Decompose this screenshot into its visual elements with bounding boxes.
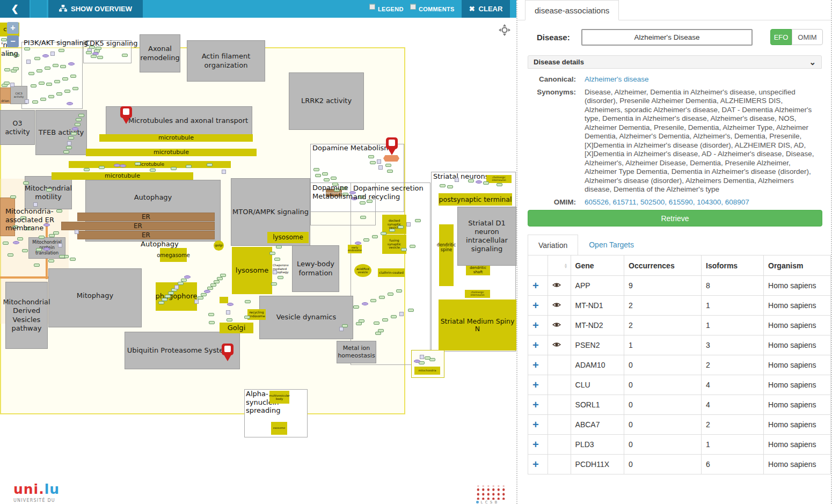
canonical-link[interactable]: Alzheimer's disease <box>585 75 649 83</box>
acidified-vesicle-oval[interactable]: acidified vesicle <box>354 264 371 277</box>
add-gene-button[interactable]: + <box>532 419 539 430</box>
microtubule-bar[interactable]: microtubule <box>86 149 257 156</box>
molecule-node <box>174 285 179 289</box>
mitochondrion-fragment[interactable]: drion <box>0 87 11 104</box>
cholinergic-interneuron-box[interactable]: cholinergic interneuron <box>465 290 490 298</box>
omegasome-box[interactable]: omegasome <box>160 248 187 262</box>
isoforms-cell: 4 <box>702 375 764 395</box>
reaction-hexagon[interactable] <box>383 155 399 162</box>
recycling-endosome-box[interactable]: recycling endosome <box>247 309 266 320</box>
golgi-circle[interactable]: golgi <box>214 240 224 251</box>
sort-icon[interactable]: ▲▼ <box>564 263 568 268</box>
mitochondria-label-box[interactable]: mitochondria <box>414 367 440 375</box>
map-pin-microtubules[interactable] <box>120 106 132 118</box>
pathway-lewy-body[interactable]: Lewy-body formation <box>292 245 339 292</box>
add-gene-button[interactable]: + <box>532 320 539 331</box>
legend-checkbox[interactable] <box>369 4 375 10</box>
exosome-box[interactable]: exosome <box>271 422 287 435</box>
col-occurrences[interactable]: Occurrences <box>624 255 702 276</box>
disease-input[interactable] <box>581 29 753 46</box>
map-pin-dopamine[interactable] <box>386 137 398 149</box>
add-gene-button[interactable]: + <box>532 300 539 311</box>
add-gene-button[interactable]: + <box>532 459 539 470</box>
chevron-down-icon[interactable]: ⌄ <box>809 60 816 65</box>
zoom-in-button[interactable]: + <box>7 22 19 34</box>
disease-details-header[interactable]: Disease details ⌄ <box>528 55 822 69</box>
omim-links[interactable]: 605526, 615711, 502500, 615590, 104300, … <box>585 198 749 206</box>
postsynaptic-terminal-bar[interactable]: postsynaptic terminal <box>439 193 512 206</box>
pathway-striatal-d1[interactable]: Striatal D1 neuron intracellular signali… <box>457 207 516 266</box>
table-row: + PSEN2 1 3 Homo sapiens <box>528 335 831 355</box>
tab-open-targets[interactable]: Open Targets <box>589 240 634 249</box>
omim-button[interactable]: OMIM <box>792 29 823 45</box>
zoom-out-button[interactable]: − <box>7 35 19 47</box>
pathway-actin-filament[interactable]: Actin filament organization <box>187 40 265 82</box>
eye-icon[interactable] <box>552 281 561 290</box>
pathway-map-canvas[interactable]: + − cyte 'nt aling PI3K/AKT signaling CD… <box>0 18 516 504</box>
molecule-node <box>398 225 404 229</box>
early-endosome-box[interactable]: early endosome <box>348 245 362 253</box>
pathway-mdv[interactable]: Mitochondrial Derived Vesicles pathway <box>5 282 48 349</box>
eye-icon[interactable] <box>552 321 561 330</box>
add-gene-button[interactable]: + <box>532 340 539 350</box>
show-overview-button[interactable]: SHOW OVERVIEW <box>48 0 143 18</box>
dendritic-shaft-box[interactable]: dendritic shaft <box>466 266 490 275</box>
clathrin-coated-box[interactable]: clathrin-coated <box>378 268 405 277</box>
er-bar[interactable]: ER <box>77 213 215 221</box>
molecule-node <box>483 181 489 185</box>
golgi-bar[interactable]: Golgi <box>220 323 253 333</box>
microtubule-bar[interactable]: microtubule <box>99 134 253 142</box>
dendritic-spine-box[interactable]: dendritic spine <box>439 224 454 286</box>
col-gene[interactable]: Gene <box>571 255 624 276</box>
map-pin-ups[interactable] <box>222 344 233 355</box>
molecule-node <box>313 168 319 171</box>
lysosome-box[interactable]: lysosome <box>232 247 272 294</box>
eye-icon[interactable] <box>552 341 561 349</box>
pathway-mitophagy[interactable]: Mitophagy <box>48 268 142 327</box>
add-gene-button[interactable]: + <box>532 280 539 291</box>
add-gene-button[interactable]: + <box>532 379 539 390</box>
col-isoforms[interactable]: Isoforms <box>702 255 764 276</box>
molecule-node <box>34 57 40 60</box>
add-gene-button[interactable]: + <box>532 360 539 370</box>
organism-cell: Homo sapiens <box>764 276 831 296</box>
pan-crosshair-icon[interactable] <box>499 24 510 38</box>
add-gene-button[interactable]: + <box>532 399 539 410</box>
unilu-line1: UNIVERSITÉ DU <box>13 498 60 503</box>
col-visibility[interactable]: ▲▼ <box>548 255 571 276</box>
gene-cell: ABCA7 <box>571 415 624 435</box>
comments-checkbox[interactable] <box>410 4 416 10</box>
pathway-lrrk2[interactable]: LRRK2 activity <box>289 72 364 130</box>
small-yellow-node[interactable] <box>220 297 228 303</box>
eye-icon[interactable] <box>552 301 561 310</box>
pathway-vesicle-dynamics[interactable]: Vesicle dynamics <box>259 296 353 339</box>
molecule-node <box>227 318 232 322</box>
pathway-axonal-remodeling[interactable]: Axonal remodeling <box>140 34 180 72</box>
microtubule-bar[interactable]: microtubule <box>52 172 193 180</box>
molecule-node <box>135 162 141 165</box>
mam-label[interactable]: Mitochondria-associated ER membrane <box>5 207 87 232</box>
molecule-node <box>75 123 81 126</box>
clear-button[interactable]: ✖ CLEAR <box>462 0 510 18</box>
efo-button[interactable]: EFO <box>770 29 792 45</box>
molecule-node <box>37 69 42 72</box>
molecule-node <box>379 296 385 299</box>
lysosome-bar[interactable]: lysosome <box>267 232 309 243</box>
pathway-mitochondrial-motility[interactable]: Mitochondrial motility <box>25 176 72 209</box>
collapse-toolbar-button[interactable] <box>31 0 47 18</box>
tab-variation[interactable]: Variation <box>528 235 578 255</box>
pathway-metal-ion[interactable]: Metal ion homeostasis <box>337 341 376 363</box>
back-button[interactable]: ❮ <box>0 0 30 18</box>
striatal-msn-box[interactable]: Striatal Medium Spiny N <box>439 300 516 350</box>
col-organism[interactable]: Organism <box>764 255 831 276</box>
tab-disease-associations[interactable]: disease-associations <box>525 0 619 20</box>
cholinergic-interneuron-box[interactable]: cholinergic interneuron <box>486 175 512 183</box>
add-gene-button[interactable]: + <box>532 439 539 450</box>
pathway-foxo3[interactable]: O3 activity <box>0 110 35 145</box>
er-bar[interactable]: ER <box>77 231 215 239</box>
molecule-node <box>26 60 31 64</box>
retrieve-button[interactable]: Retrieve <box>528 210 822 227</box>
disease-details-title: Disease details <box>534 58 584 66</box>
multivesicular-body-box[interactable]: multivesicular body <box>269 391 289 404</box>
molecule-node <box>178 282 184 285</box>
